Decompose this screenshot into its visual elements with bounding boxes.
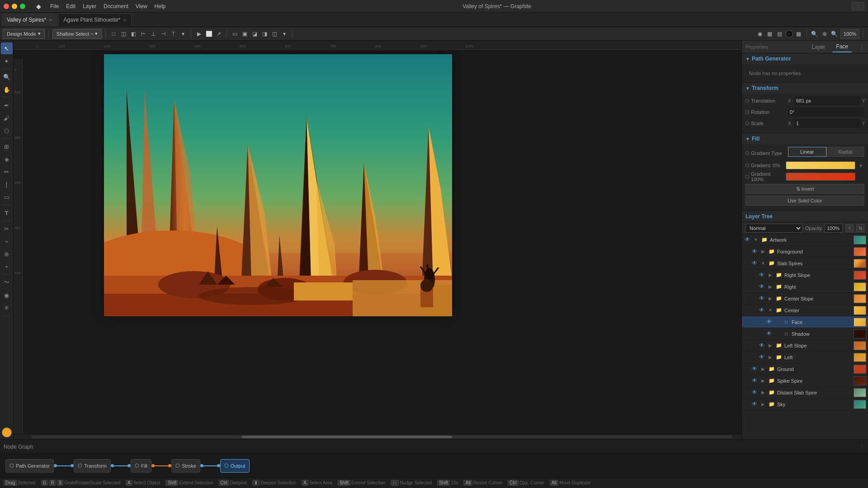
canvas-content[interactable]: 0 100 200 300 400 500	[14, 50, 741, 434]
smudge-tool[interactable]: 〜	[1, 277, 13, 288]
radial-gradient-btn[interactable]: Radial	[826, 147, 865, 157]
menu-file[interactable]: File	[50, 3, 59, 9]
zoom-in[interactable]: 🔍	[830, 30, 839, 38]
layer-expand-artwork[interactable]: ▼	[753, 237, 759, 242]
panel-tab-face[interactable]: Face	[832, 42, 852, 52]
node-path-generator[interactable]: ⬡ Path Generator	[5, 459, 54, 473]
grid-tool[interactable]: ⊞	[1, 141, 13, 152]
pan-tool[interactable]: ✋	[1, 84, 13, 95]
gradient-100-bar[interactable]	[786, 173, 855, 181]
curve-tool[interactable]: ∫	[1, 178, 13, 190]
zoom-tool[interactable]: 🔍	[1, 71, 13, 83]
shape-tool[interactable]: ◨	[260, 30, 269, 38]
scale-dot[interactable]	[745, 122, 749, 125]
design-mode-dropdown[interactable]: Design Mode ▾	[3, 29, 45, 39]
layer-vis-left-slope[interactable]: 👁	[758, 342, 765, 349]
layer-vis-distant-slab-spire[interactable]: 👁	[751, 389, 758, 396]
layer-vis-spike-spire[interactable]: 👁	[751, 377, 758, 385]
text-tool[interactable]: T	[1, 207, 13, 219]
layer-vis-ground[interactable]: 👁	[751, 366, 758, 373]
layer-ground[interactable]: 👁 ▶ 📁 Ground	[742, 363, 868, 375]
layer-expand-right[interactable]: ▶	[767, 284, 774, 289]
layer-list[interactable]: 👁 ▼ 📁 Artwork 👁 ▶ 📁 Foreground 👁	[742, 234, 868, 439]
zoom-fit[interactable]: ⊕	[821, 30, 829, 38]
layer-expand-center-slope[interactable]: ▶	[767, 296, 774, 301]
node-transform[interactable]: ⬡ Transform	[74, 459, 111, 473]
eyedropper-tool[interactable]: ✒	[1, 99, 13, 111]
view-mode-3[interactable]: ▤	[776, 30, 784, 38]
node-fill[interactable]: ⬡ Fill	[131, 459, 151, 473]
tab-agave-plant[interactable]: Agave Plant Silhouette* ✕	[58, 14, 132, 26]
node-stroke[interactable]: ⬡ Stroke	[171, 459, 200, 473]
blend-mode-select[interactable]: Normal	[745, 224, 802, 233]
path-tool[interactable]: ✦	[1, 55, 13, 67]
menu-view[interactable]: View	[136, 3, 147, 9]
menu-edit[interactable]: Edit	[66, 3, 75, 9]
view-mode-1[interactable]: ◉	[756, 30, 764, 38]
layer-vis-sky[interactable]: 👁	[751, 401, 758, 408]
properties-btn[interactable]: ⋮	[852, 2, 864, 10]
select-tool[interactable]: ↖	[1, 42, 13, 54]
layer-expand-center[interactable]: ▼	[767, 308, 774, 313]
layer-add-btn[interactable]: +	[845, 224, 854, 232]
color-options[interactable]: ▦	[795, 30, 803, 38]
gradient-100-dot[interactable]	[745, 175, 749, 178]
node-tool[interactable]: ◈	[1, 153, 13, 165]
layer-vis-right-slope[interactable]: 👁	[758, 272, 765, 279]
tab-close[interactable]: ✕	[123, 18, 127, 23]
layer-vis-slab-spires[interactable]: 👁	[751, 260, 758, 267]
panel-tab-layer[interactable]: Layer	[808, 42, 829, 52]
tool-5[interactable]: ◫	[270, 30, 278, 38]
layer-vis-right[interactable]: 👁	[758, 283, 765, 291]
window-controls[interactable]	[4, 4, 25, 9]
frame-tool[interactable]: ▣	[241, 30, 249, 38]
node-graph-menu[interactable]: ⋮	[859, 444, 864, 450]
sharpen-tool[interactable]: ✳	[1, 302, 13, 314]
artwork[interactable]	[104, 54, 452, 316]
frame-btn[interactable]: ⬜	[205, 30, 213, 38]
toolbar-icon-3[interactable]: ◧	[129, 30, 137, 38]
toolbar-dropdown[interactable]: ▾	[179, 30, 187, 38]
layer-copy-btn[interactable]: ⧉	[856, 224, 864, 232]
solid-color-button[interactable]: Use Solid Color	[745, 196, 864, 206]
layer-foreground[interactable]: 👁 ▶ 📁 Foreground	[742, 246, 868, 258]
toolbar-icon-2[interactable]: ◫	[119, 30, 127, 38]
shape-build-tool[interactable]: ⊕	[1, 248, 13, 260]
layer-expand-right-slope[interactable]: ▶	[767, 272, 774, 277]
rotation-dot[interactable]	[745, 110, 749, 114]
layer-expand-sky[interactable]: ▶	[760, 402, 766, 407]
layer-right-slope[interactable]: 👁 ▶ 📁 Right Slope	[742, 269, 868, 281]
gradient-0-bar[interactable]	[786, 161, 855, 169]
layer-shadow[interactable]: 👁 ▶ □ Shadow	[742, 328, 868, 340]
linear-gradient-btn[interactable]: Linear	[788, 147, 826, 157]
color-circle[interactable]: ●	[786, 30, 793, 38]
layer-slab-spires[interactable]: 👁 ▼ 📁 Slab Spires	[742, 258, 868, 269]
layer-expand-spike-spire[interactable]: ▶	[760, 378, 766, 383]
layer-vis-face[interactable]: 👁	[765, 319, 773, 326]
layer-vis-center[interactable]: 👁	[758, 307, 765, 314]
invert-button[interactable]: ⇅ Invert	[745, 184, 864, 194]
tool-6[interactable]: ▾	[280, 30, 288, 38]
menu-help[interactable]: Help	[155, 3, 166, 9]
gradient-type-dot[interactable]	[745, 151, 749, 155]
view-mode-2[interactable]: ▦	[766, 30, 774, 38]
maximize-button[interactable]	[20, 4, 25, 9]
rotation-input[interactable]	[788, 108, 864, 117]
layer-expand-foreground[interactable]: ▶	[760, 249, 766, 254]
paint-tool[interactable]: 🖌	[1, 112, 13, 124]
blur-tool[interactable]: ◉	[1, 289, 13, 301]
rect-tool[interactable]: ▭	[231, 30, 239, 38]
layer-expand-ground[interactable]: ▶	[760, 366, 766, 371]
gradient-0-add[interactable]: +	[857, 162, 864, 169]
gradient-tool[interactable]: ⭑	[1, 261, 13, 272]
rect-draw-tool[interactable]: ▭	[1, 191, 13, 203]
layer-artwork[interactable]: 👁 ▼ 📁 Artwork	[742, 234, 868, 246]
fill-header[interactable]: ▼ Fill	[742, 133, 868, 144]
minimize-button[interactable]	[12, 4, 17, 9]
menu-document[interactable]: Document	[104, 3, 128, 9]
opacity-input[interactable]	[825, 224, 843, 233]
scrollbar-thumb[interactable]	[242, 436, 452, 438]
layer-tree-menu[interactable]: ⋮	[860, 214, 864, 219]
layer-spike-spire[interactable]: 👁 ▶ 📁 Spike Spire	[742, 375, 868, 387]
clip-tool[interactable]: ◪	[250, 30, 259, 38]
